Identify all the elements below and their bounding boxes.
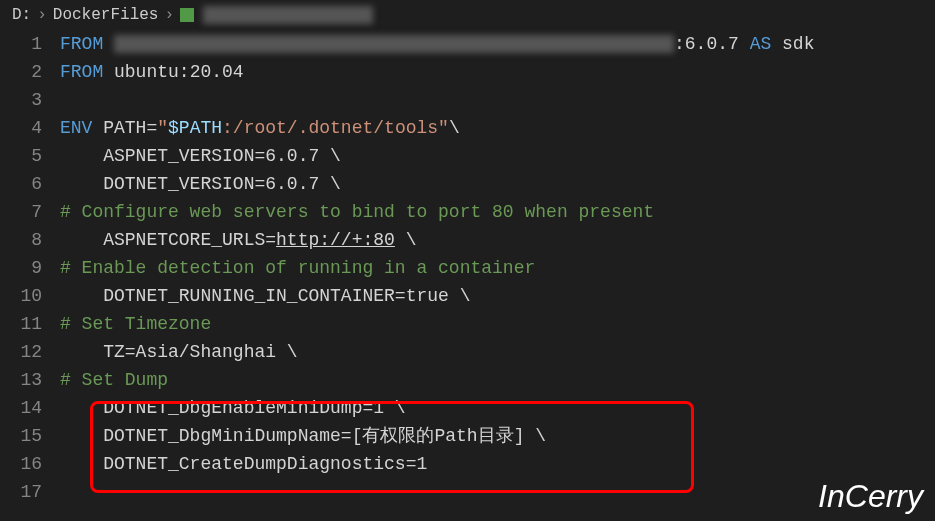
- breadcrumb[interactable]: D: › DockerFiles ›: [0, 0, 935, 30]
- code-line[interactable]: FROM :6.0.7 AS sdk: [60, 30, 935, 58]
- code-line[interactable]: DOTNET_VERSION=6.0.7 \: [60, 170, 935, 198]
- code-comment[interactable]: # Set Timezone: [60, 310, 935, 338]
- line-number: 6: [0, 170, 42, 198]
- blurred-filename: [203, 6, 373, 24]
- code-line[interactable]: DOTNET_CreateDumpDiagnostics=1: [60, 450, 935, 478]
- line-number: 10: [0, 282, 42, 310]
- keyword-from: FROM: [60, 62, 103, 82]
- code-line[interactable]: TZ=Asia/Shanghai \: [60, 338, 935, 366]
- line-continuation: \: [449, 118, 460, 138]
- line-number: 3: [0, 86, 42, 114]
- breadcrumb-sep: ›: [164, 6, 174, 24]
- code-line[interactable]: ASPNET_VERSION=6.0.7 \: [60, 142, 935, 170]
- line-number: 13: [0, 366, 42, 394]
- line-number: 4: [0, 114, 42, 142]
- code-comment[interactable]: # Set Dump: [60, 366, 935, 394]
- stage-name: sdk: [771, 34, 814, 54]
- breadcrumb-sep: ›: [37, 6, 47, 24]
- code-line[interactable]: FROM ubuntu:20.04: [60, 58, 935, 86]
- line-number: 16: [0, 450, 42, 478]
- code-line[interactable]: [60, 86, 935, 114]
- watermark: InCerry: [818, 478, 923, 515]
- dockerfile-icon: [180, 8, 194, 22]
- line-number: 7: [0, 198, 42, 226]
- line-continuation: \: [395, 230, 417, 250]
- line-number: 17: [0, 478, 42, 506]
- variable: $PATH: [168, 118, 222, 138]
- keyword-as: AS: [750, 34, 772, 54]
- code-line[interactable]: ASPNETCORE_URLS=http://+:80 \: [60, 226, 935, 254]
- url-value: http://+:80: [276, 230, 395, 250]
- breadcrumb-folder[interactable]: DockerFiles: [53, 6, 159, 24]
- line-number: 5: [0, 142, 42, 170]
- code-content[interactable]: FROM :6.0.7 AS sdk FROM ubuntu:20.04 ENV…: [60, 30, 935, 506]
- line-number: 2: [0, 58, 42, 86]
- image-tag: :6.0.7: [674, 34, 750, 54]
- blurred-image: [114, 35, 674, 53]
- code-comment[interactable]: # Configure web servers to bind to port …: [60, 198, 935, 226]
- env-key: PATH=: [92, 118, 157, 138]
- code-line[interactable]: DOTNET_DbgMiniDumpName=[有权限的Path目录] \: [60, 422, 935, 450]
- breadcrumb-drive[interactable]: D:: [12, 6, 31, 24]
- line-number: 11: [0, 310, 42, 338]
- line-gutter: 1 2 3 4 5 6 7 8 9 10 11 12 13 14 15 16 1…: [0, 30, 60, 506]
- line-number: 12: [0, 338, 42, 366]
- image-name: ubuntu:20.04: [103, 62, 243, 82]
- env-key: ASPNETCORE_URLS=: [60, 230, 276, 250]
- line-number: 14: [0, 394, 42, 422]
- string-value: :/root/.dotnet/tools": [222, 118, 449, 138]
- code-line[interactable]: ENV PATH="$PATH:/root/.dotnet/tools"\: [60, 114, 935, 142]
- code-line[interactable]: DOTNET_RUNNING_IN_CONTAINER=true \: [60, 282, 935, 310]
- line-number: 8: [0, 226, 42, 254]
- code-comment[interactable]: # Enable detection of running in a conta…: [60, 254, 935, 282]
- line-number: 1: [0, 30, 42, 58]
- line-number: 9: [0, 254, 42, 282]
- keyword-from: FROM: [60, 34, 114, 54]
- code-editor[interactable]: 1 2 3 4 5 6 7 8 9 10 11 12 13 14 15 16 1…: [0, 30, 935, 506]
- keyword-env: ENV: [60, 118, 92, 138]
- code-line[interactable]: [60, 478, 935, 506]
- string-quote: ": [157, 118, 168, 138]
- line-number: 15: [0, 422, 42, 450]
- code-line[interactable]: DOTNET_DbgEnableMiniDump=1 \: [60, 394, 935, 422]
